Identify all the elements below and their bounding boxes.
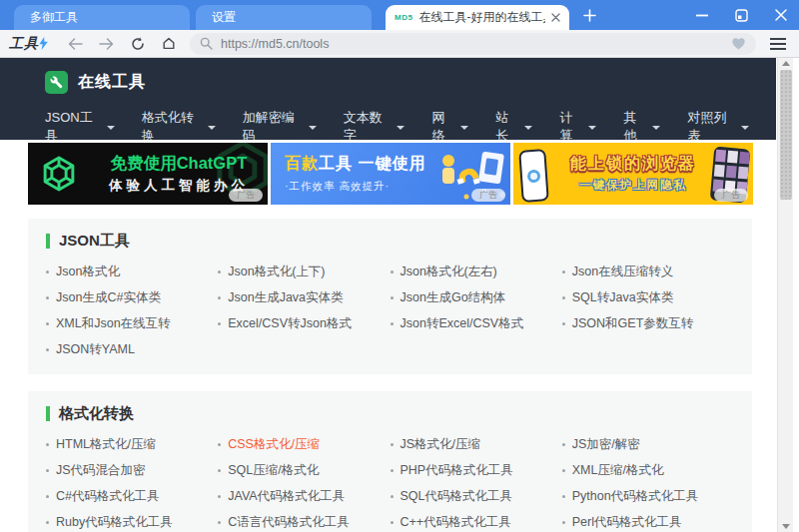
section-accent-bar [46,406,50,421]
tool-link-label: SQL代码格式化工具 [400,488,513,505]
site-nav: JSON工具 格式化转换 加解密编码 文本数字 网络 站长 计算 其他 对照列表 [0,94,776,145]
tool-link[interactable]: XML压缩/格式化 [562,457,734,483]
bullet-icon [391,270,394,273]
minimize-button[interactable] [696,14,708,17]
menu-hamburger-icon[interactable] [766,32,790,56]
tool-link[interactable]: Excel/CSV转Json格式 [218,310,390,336]
tool-link[interactable]: PHP代码格式化工具 [391,457,562,483]
ad-label: 广告 [471,189,505,202]
tool-link-label: Json格式化(上下) [228,264,325,280]
section-grid: HTML格式化/压缩CSS格式化/压缩JS格式化/压缩JS加密/解密JS代码混合… [46,431,734,532]
chevron-down-icon [652,126,660,130]
tool-link-label: Json生成Java实体类 [228,289,343,306]
banner-title: 能上锁的浏览器 [570,154,696,175]
tab-duoyu-tools[interactable]: 多御工具 [14,5,190,30]
site-logo-text: 在线工具 [78,72,146,93]
search-icon [200,37,213,50]
restore-button[interactable] [735,9,748,22]
tool-link[interactable]: HTML格式化/压缩 [46,431,218,457]
tool-link[interactable]: JAVA代码格式化工具 [218,483,390,509]
forward-button[interactable] [91,32,122,56]
tool-sections: JSON工具 Json格式化Json格式化(上下)Json格式化(左右)Json… [0,205,776,532]
bullet-icon [562,270,565,273]
lightning-bolt-icon [39,37,48,50]
ad-banner-chatgpt[interactable]: 免费使用ChatGPT 体验人工智能办公 广告 [28,143,268,205]
tool-link[interactable]: C语言代码格式化工具 [218,509,390,532]
tool-link-label: C++代码格式化工具 [400,514,511,531]
section-accent-bar [46,234,50,249]
tool-link[interactable]: Json格式化 [46,259,218,284]
chevron-down-icon [741,126,749,130]
bullet-icon [391,322,394,325]
chevron-down-icon [208,126,216,130]
bullet-icon [46,443,49,446]
banner-subtitle: 一键保护上网隐私 [570,178,696,193]
bookmark-heart-icon[interactable] [731,37,746,50]
tool-link-label: JSON转YAML [56,341,135,358]
tool-link[interactable]: CSS格式化/压缩 [218,431,390,457]
tool-link[interactable]: Json生成C#实体类 [46,284,218,310]
tool-link-label: CSS格式化/压缩 [228,436,320,453]
tool-link[interactable]: JS代码混合加密 [46,457,218,483]
tool-link[interactable]: C++代码格式化工具 [391,509,562,532]
tool-link[interactable]: Ruby代码格式化工具 [46,509,218,532]
phone-illustration [518,149,549,203]
ad-banner-browser[interactable]: 能上锁的浏览器 一键保护上网隐私 广告 [513,143,753,205]
tool-link[interactable]: SQL代码格式化工具 [391,483,562,509]
home-button[interactable] [153,32,184,56]
tab-settings[interactable]: 设置 [196,5,372,30]
page-content: 免费使用ChatGPT 体验人工智能办公 广告 百款工具 一键使用 ·工作效率 … [0,140,776,532]
tool-link-label: JS加密/解密 [572,436,640,453]
tab-online-tools-active[interactable]: MD5 在线工具-好用的在线工具都... [386,5,569,30]
tool-link[interactable]: Json转Excel/CSV格式 [391,310,562,336]
bullet-icon [391,521,394,524]
ad-banner-tools[interactable]: 百款工具 一键使用 ·工作效率 高效提升· 广告 [271,143,510,205]
bullet-icon [46,495,49,498]
tool-link-label: SQL压缩/格式化 [228,462,319,479]
tool-link[interactable]: JS加密/解密 [562,431,734,457]
tool-link[interactable]: Python代码格式化工具 [562,483,734,509]
bullet-icon [562,322,565,325]
scroll-up-arrow[interactable] [778,58,794,69]
tab-close-icon[interactable] [551,13,560,22]
chevron-down-icon [397,126,404,130]
bullet-icon [562,443,565,446]
browser-toolbar: 工具 https://md5.cn/tools [0,30,799,58]
site-logo[interactable]: 在线工具 [0,58,776,94]
refresh-button[interactable] [122,32,153,56]
tool-link-label: Python代码格式化工具 [572,488,698,505]
chevron-down-icon [524,126,532,130]
ad-banner-row: 免费使用ChatGPT 体验人工智能办公 广告 百款工具 一键使用 ·工作效率 … [28,143,753,205]
chevron-down-icon [309,126,317,130]
tool-link-label: JAVA代码格式化工具 [228,488,345,505]
tool-link[interactable]: Json格式化(上下) [218,259,390,284]
tool-link[interactable]: Json格式化(左右) [391,259,562,284]
scrollbar-thumb[interactable] [780,70,792,200]
tool-link[interactable]: C#代码格式化工具 [46,483,218,509]
tool-link[interactable]: SQL压缩/格式化 [218,457,390,483]
tool-link[interactable]: Json生成Go结构体 [391,284,562,310]
close-button[interactable] [775,9,787,21]
tool-link-label: C语言代码格式化工具 [228,514,350,531]
tool-link-label: HTML格式化/压缩 [56,436,156,453]
scroll-down-arrow[interactable] [778,521,794,532]
bullet-icon [391,296,394,299]
bullet-icon [218,296,221,299]
tool-link[interactable]: JSON和GET参数互转 [562,310,734,336]
new-tab-button[interactable] [583,0,596,30]
url-text: https://md5.cn/tools [221,37,731,51]
tool-link[interactable]: JS格式化/压缩 [391,431,562,457]
tool-link[interactable]: XML和Json在线互转 [46,310,218,336]
tool-link[interactable]: SQL转Java实体类 [562,284,734,310]
tool-link[interactable]: Json在线压缩转义 [562,259,734,284]
tool-link[interactable]: JSON转YAML [46,336,218,362]
tool-link-label: Json格式化 [56,264,120,280]
tool-link[interactable]: Perl代码格式化工具 [562,509,734,532]
tool-link-label: Json生成C#实体类 [56,289,161,306]
back-button[interactable] [60,32,91,56]
window-controls [696,0,787,30]
address-bar[interactable]: https://md5.cn/tools [190,33,756,55]
tool-link[interactable]: Json生成Java实体类 [218,284,390,310]
tool-section-card: JSON工具 Json格式化Json格式化(上下)Json格式化(左右)Json… [28,219,752,374]
chevron-down-icon [107,126,115,130]
